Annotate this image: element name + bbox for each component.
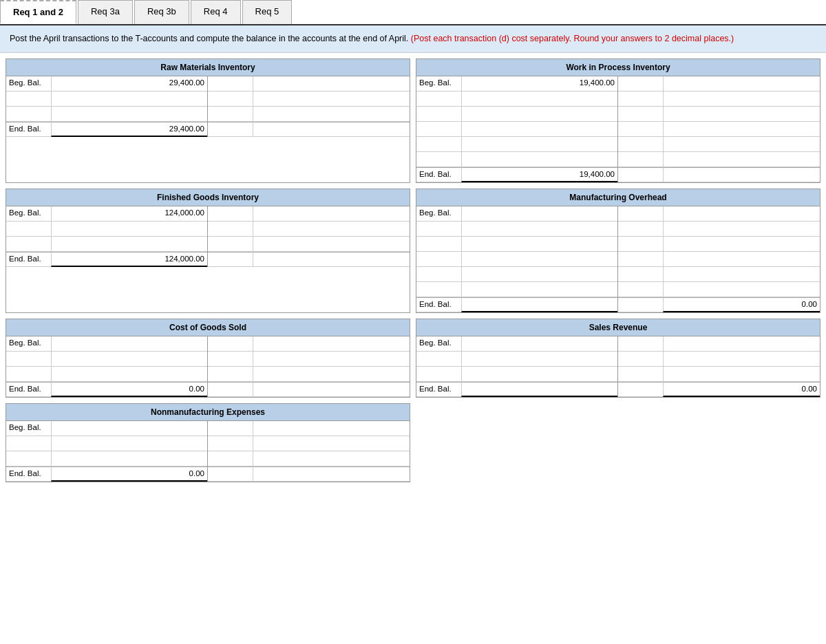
wip-r-r1-v[interactable] bbox=[663, 92, 820, 107]
wip-r-end-v[interactable] bbox=[663, 167, 820, 182]
moh-l-r3-l bbox=[416, 252, 461, 267]
tab-req3a[interactable]: Req 3a bbox=[78, 0, 133, 24]
fg-r-end-v[interactable] bbox=[253, 252, 410, 267]
cogs-end-label: End. Bal. bbox=[6, 382, 51, 397]
wip-r-r2-v[interactable] bbox=[663, 107, 820, 122]
nonmfg-l-r1-v[interactable] bbox=[51, 436, 207, 451]
rm-left-row1-val[interactable] bbox=[51, 92, 207, 107]
rm-right-row2-val[interactable] bbox=[253, 107, 410, 122]
fg-end-label: End. Bal. bbox=[6, 252, 51, 267]
fg-r-r1-v[interactable] bbox=[253, 222, 410, 237]
raw-materials-header: Raw Materials Inventory bbox=[6, 59, 410, 76]
sr-r-r2-v[interactable] bbox=[663, 367, 820, 382]
fg-end-value[interactable]: 124,000.00 bbox=[51, 252, 207, 267]
fg-r-r0-v[interactable] bbox=[253, 206, 410, 222]
sales-revenue-header: Sales Revenue bbox=[416, 319, 820, 336]
nonmfg-left: Beg. Bal. End. Bal. 0.00 bbox=[6, 421, 208, 482]
sr-left: Beg. Bal. End. Bal. bbox=[416, 336, 618, 397]
tab-req3b[interactable]: Req 3b bbox=[134, 0, 189, 24]
wip-l-r1-v[interactable] bbox=[461, 92, 617, 107]
tab-req5[interactable]: Req 5 bbox=[242, 0, 293, 24]
moh-l-r2-v[interactable] bbox=[461, 237, 617, 252]
sr-end-label: End. Bal. bbox=[416, 382, 461, 397]
rm-left-row2-val[interactable] bbox=[51, 107, 207, 122]
wip-l-r3-v[interactable] bbox=[461, 122, 617, 137]
wip-r-r1-l bbox=[618, 92, 663, 107]
rm-right-row0-val[interactable] bbox=[253, 76, 410, 92]
cogs-header: Cost of Goods Sold bbox=[6, 319, 410, 336]
sr-r-r1-v[interactable] bbox=[663, 352, 820, 367]
cogs-r-end-v[interactable] bbox=[253, 382, 410, 397]
cogs-r-r0-v[interactable] bbox=[253, 336, 410, 352]
moh-beg-label: Beg. Bal. bbox=[416, 206, 461, 222]
fg-l-r1-v[interactable] bbox=[51, 222, 207, 237]
rm-right-row1-val[interactable] bbox=[253, 92, 410, 107]
cogs-l-r1-v[interactable] bbox=[51, 352, 207, 367]
nonmfg-l-r2-v[interactable] bbox=[51, 451, 207, 466]
fg-beg-value[interactable]: 124,000.00 bbox=[51, 206, 207, 222]
moh-end-right-value[interactable]: 0.00 bbox=[663, 297, 820, 312]
rm-beg-value[interactable]: 29,400.00 bbox=[51, 76, 207, 92]
nonmfg-r-end-v[interactable] bbox=[253, 466, 410, 482]
wip-r-r5-v[interactable] bbox=[663, 152, 820, 167]
cogs-beg-value[interactable] bbox=[51, 336, 207, 352]
wip-l-r5-v[interactable] bbox=[461, 152, 617, 167]
moh-r-r5-v[interactable] bbox=[663, 282, 820, 297]
moh-r-r1-v[interactable] bbox=[663, 222, 820, 237]
wip-end-value[interactable]: 19,400.00 bbox=[461, 167, 617, 182]
moh-r-r2-v[interactable] bbox=[663, 237, 820, 252]
wip-l-r4-l bbox=[416, 137, 461, 152]
fg-l-r2-l bbox=[6, 237, 51, 252]
fg-l-r2-v[interactable] bbox=[51, 237, 207, 252]
moh-l-r1-l bbox=[416, 222, 461, 237]
cogs-l-r2-v[interactable] bbox=[51, 367, 207, 382]
nonmfg-beg-value[interactable] bbox=[51, 421, 207, 436]
moh-l-r5-v[interactable] bbox=[461, 282, 617, 297]
sr-r-end-l bbox=[618, 382, 663, 397]
wip-r-r4-v[interactable] bbox=[663, 137, 820, 152]
wip-beg-value[interactable]: 19,400.00 bbox=[461, 76, 617, 92]
rm-right-row3-val[interactable] bbox=[253, 122, 410, 137]
cogs-r-r1-v[interactable] bbox=[253, 352, 410, 367]
sr-r-r0-v[interactable] bbox=[663, 336, 820, 352]
moh-end-left-value[interactable] bbox=[461, 297, 617, 312]
cogs-end-value[interactable]: 0.00 bbox=[51, 382, 207, 397]
moh-r-r3-v[interactable] bbox=[663, 252, 820, 267]
moh-r-r0-v[interactable] bbox=[663, 206, 820, 222]
cogs-r-r2-v[interactable] bbox=[253, 367, 410, 382]
accounts-section: Raw Materials Inventory Beg. Bal. 29,400… bbox=[6, 58, 820, 482]
wip-r-r0-v[interactable] bbox=[663, 76, 820, 92]
tab-req4[interactable]: Req 4 bbox=[191, 0, 241, 24]
moh-l-r3-v[interactable] bbox=[461, 252, 617, 267]
fg-r-r2-l bbox=[208, 237, 253, 252]
moh-beg-value[interactable] bbox=[461, 206, 617, 222]
sr-end-left-value[interactable] bbox=[461, 382, 617, 397]
wip-l-r2-v[interactable] bbox=[461, 107, 617, 122]
rm-end-value[interactable]: 29,400.00 bbox=[51, 122, 207, 137]
rm-right-row1-label bbox=[208, 92, 253, 107]
wip-l-r4-v[interactable] bbox=[461, 137, 617, 152]
wip-r-r3-v[interactable] bbox=[663, 122, 820, 137]
nonmfg-r-r2-v[interactable] bbox=[253, 451, 410, 466]
wip-l-r3-l bbox=[416, 122, 461, 137]
nonmfg-r-r0-v[interactable] bbox=[253, 421, 410, 436]
moh-l-r1-v[interactable] bbox=[461, 222, 617, 237]
moh-r-r2-l bbox=[618, 237, 663, 252]
tab-req1and2[interactable]: Req 1 and 2 bbox=[0, 0, 76, 24]
page-wrapper: Req 1 and 2 Req 3a Req 3b Req 4 Req 5 Po… bbox=[0, 0, 826, 644]
wip-l-r5-l bbox=[416, 152, 461, 167]
nonmfg-r-r1-v[interactable] bbox=[253, 436, 410, 451]
moh-r-r4-v[interactable] bbox=[663, 267, 820, 282]
sr-beg-value[interactable] bbox=[461, 336, 617, 352]
sr-end-right-value[interactable]: 0.00 bbox=[663, 382, 820, 397]
moh-r-r5-l bbox=[618, 282, 663, 297]
sr-l-r1-v[interactable] bbox=[461, 352, 617, 367]
cogs-right bbox=[208, 336, 410, 397]
nonmfg-end-value[interactable]: 0.00 bbox=[51, 466, 207, 482]
moh-l-r4-v[interactable] bbox=[461, 267, 617, 282]
sr-l-r2-v[interactable] bbox=[461, 367, 617, 382]
wip-end-label: End. Bal. bbox=[416, 167, 461, 182]
nonmfg-columns: Beg. Bal. End. Bal. 0.00 bbox=[6, 421, 410, 482]
fg-r-r2-v[interactable] bbox=[253, 237, 410, 252]
fg-left: Beg. Bal. 124,000.00 End. Bal. 124,000.0… bbox=[6, 206, 208, 267]
